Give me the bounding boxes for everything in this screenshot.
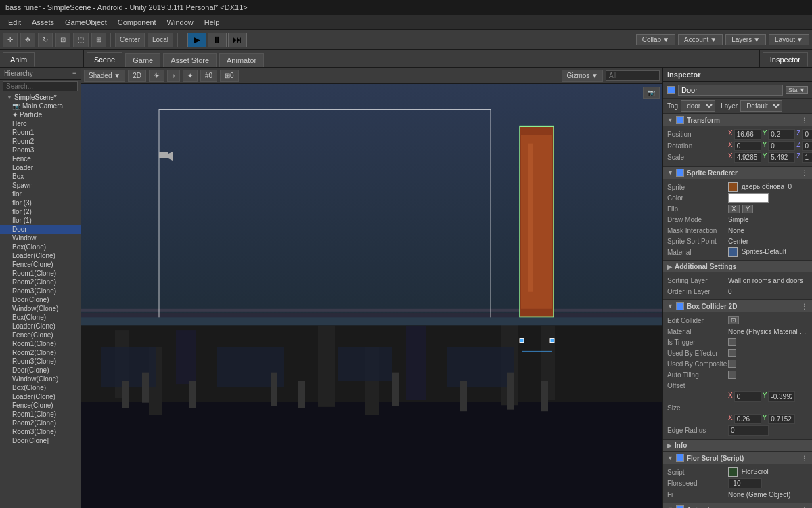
- rot-x-input[interactable]: [734, 141, 761, 151]
- hierarchy-search-input[interactable]: [3, 81, 78, 91]
- scale-y-input[interactable]: [768, 152, 795, 163]
- object-active-checkbox[interactable]: [667, 86, 675, 94]
- hier-loader-clone1[interactable]: Loader(Clone): [0, 251, 81, 260]
- tab-game[interactable]: Game: [125, 53, 160, 67]
- hier-window-clone1[interactable]: Window(Clone): [0, 304, 81, 313]
- rot-y-input[interactable]: [768, 141, 795, 151]
- hier-box-clone2[interactable]: Box(Clone): [0, 313, 81, 322]
- account-button[interactable]: Account ▼: [678, 34, 723, 45]
- is-trigger-checkbox[interactable]: [728, 338, 736, 346]
- hier-fence[interactable]: Fence: [0, 154, 81, 163]
- hier-box-clone3[interactable]: Box(Clone): [0, 383, 81, 392]
- rot-z-input[interactable]: [802, 141, 812, 151]
- layers-button[interactable]: Layers ▼: [725, 34, 766, 45]
- rect-btn[interactable]: ⬚: [73, 33, 89, 47]
- move-btn[interactable]: ✥: [20, 33, 35, 47]
- scale-btn[interactable]: ⊡: [55, 33, 70, 47]
- animator-menu[interactable]: ⋮: [801, 506, 808, 509]
- pos-y-input[interactable]: [768, 129, 795, 140]
- hier-flor1[interactable]: flor (1): [0, 216, 81, 225]
- transform-checkbox[interactable]: [676, 116, 684, 124]
- transform-header[interactable]: ▼ Transform ⋮: [663, 114, 812, 126]
- play-button[interactable]: ▶: [187, 33, 206, 47]
- hier-window[interactable]: Window: [0, 234, 81, 242]
- hier-room2-clone1[interactable]: Room2(Clone): [0, 278, 81, 287]
- hier-flor[interactable]: flor: [0, 190, 81, 198]
- hier-room2[interactable]: Room2: [0, 137, 81, 146]
- hier-room2-clone2[interactable]: Room2(Clone): [0, 348, 81, 357]
- hier-door-clone1[interactable]: Door(Clone): [0, 295, 81, 304]
- size-x-input[interactable]: [734, 414, 761, 424]
- hier-room3-clone2[interactable]: Room3(Clone): [0, 357, 81, 366]
- multi-btn[interactable]: ⊞: [91, 33, 106, 47]
- size-y-input[interactable]: [768, 414, 795, 424]
- step-button[interactable]: ⏭: [228, 33, 247, 47]
- used-by-effector-checkbox[interactable]: [728, 349, 736, 357]
- hier-spawn[interactable]: Spawn: [0, 181, 81, 190]
- hier-room1-clone3[interactable]: Room1(Clone): [0, 410, 81, 419]
- hier-loader[interactable]: Loader: [0, 163, 81, 172]
- offset-y-input[interactable]: [768, 391, 795, 402]
- 2d-btn[interactable]: 2D: [128, 70, 146, 82]
- hier-room1[interactable]: Room1: [0, 128, 81, 137]
- scene-search-input[interactable]: [606, 70, 660, 81]
- rotate-btn[interactable]: ↻: [38, 33, 53, 47]
- additional-settings-header[interactable]: ▶ Additional Settings: [663, 261, 812, 272]
- hier-door-clone2[interactable]: Door(Clone): [0, 366, 81, 375]
- layout-button[interactable]: Layout ▼: [769, 34, 809, 45]
- hierarchy-menu-icon[interactable]: ≡: [72, 70, 76, 77]
- sprite-renderer-checkbox[interactable]: [676, 169, 684, 177]
- hier-box-clone1[interactable]: Box(Clone): [0, 242, 81, 251]
- edit-collider-btn[interactable]: ⊡: [728, 316, 739, 324]
- animator-header[interactable]: ▼ Animator ⋮: [663, 503, 812, 508]
- center-btn[interactable]: Center: [115, 33, 145, 47]
- hier-door[interactable]: Door: [0, 225, 81, 234]
- lighting-btn[interactable]: ☀: [149, 70, 164, 82]
- florspeed-input[interactable]: [728, 478, 762, 488]
- pause-button[interactable]: ⏸: [208, 33, 227, 47]
- hier-window-clone2[interactable]: Window(Clone): [0, 375, 81, 383]
- shaded-btn[interactable]: Shaded ▼: [84, 70, 125, 82]
- hier-room1-clone1[interactable]: Room1(Clone): [0, 269, 81, 278]
- menu-help[interactable]: Help: [199, 17, 225, 28]
- flip-x-btn[interactable]: X: [728, 205, 740, 213]
- hier-door-clone3[interactable]: Door(Clone]: [0, 436, 81, 445]
- flor-scroll-menu[interactable]: ⋮: [801, 454, 808, 462]
- transform-btn[interactable]: ✛: [3, 33, 18, 47]
- scene-cam-btn[interactable]: 📷: [643, 87, 660, 99]
- tab-scene[interactable]: Scene: [87, 52, 122, 67]
- transform-menu[interactable]: ⋮: [801, 117, 808, 124]
- hier-room3-clone1[interactable]: Room3(Clone): [0, 287, 81, 295]
- hierarchy-scene-root[interactable]: ▼ SimpleScene*: [0, 93, 81, 102]
- hier-room3-clone3[interactable]: Room3(Clone): [0, 427, 81, 436]
- flip-y-btn[interactable]: Y: [742, 205, 754, 213]
- pos-x-input[interactable]: [734, 129, 761, 140]
- flor-scroll-header[interactable]: ▼ Flor Scrol (Script) ⋮: [663, 452, 812, 464]
- hier-room1-clone2[interactable]: Room1(Clone): [0, 339, 81, 348]
- sprite-renderer-menu[interactable]: ⋮: [801, 169, 808, 177]
- edge-radius-input[interactable]: [728, 425, 769, 436]
- menu-assets[interactable]: Assets: [26, 17, 60, 28]
- pos-z-input[interactable]: [802, 129, 812, 140]
- hier-room2-clone3[interactable]: Room2(Clone): [0, 419, 81, 427]
- menu-gameobject[interactable]: GameObject: [60, 17, 112, 28]
- menu-component[interactable]: Component: [112, 17, 162, 28]
- hier-main-camera[interactable]: 📷 Main Camera: [0, 102, 81, 110]
- auto-tiling-checkbox[interactable]: [728, 371, 736, 379]
- tab-animator[interactable]: Animator: [219, 53, 264, 67]
- box-collider-2d-header[interactable]: ▼ Box Collider 2D ⋮: [663, 300, 812, 312]
- scale-z-input[interactable]: [802, 152, 812, 163]
- sprite-renderer-header[interactable]: ▼ Sprite Renderer ⋮: [663, 167, 812, 179]
- animator-checkbox[interactable]: [676, 505, 684, 508]
- info-header[interactable]: ▶ Info: [663, 440, 812, 451]
- offset-x-input[interactable]: [734, 391, 761, 402]
- menu-window[interactable]: Window: [162, 17, 199, 28]
- hier-loader-clone3[interactable]: Loader(Clone): [0, 392, 81, 401]
- scale-x-input[interactable]: [734, 152, 761, 163]
- overlay-btn[interactable]: ⊞0: [220, 70, 239, 82]
- hier-box[interactable]: Box: [0, 172, 81, 181]
- hier-hero[interactable]: Hero: [0, 119, 81, 128]
- audio-btn[interactable]: ♪: [167, 70, 180, 82]
- color-swatch[interactable]: [728, 193, 769, 203]
- tab-inspector[interactable]: Inspector: [763, 52, 808, 67]
